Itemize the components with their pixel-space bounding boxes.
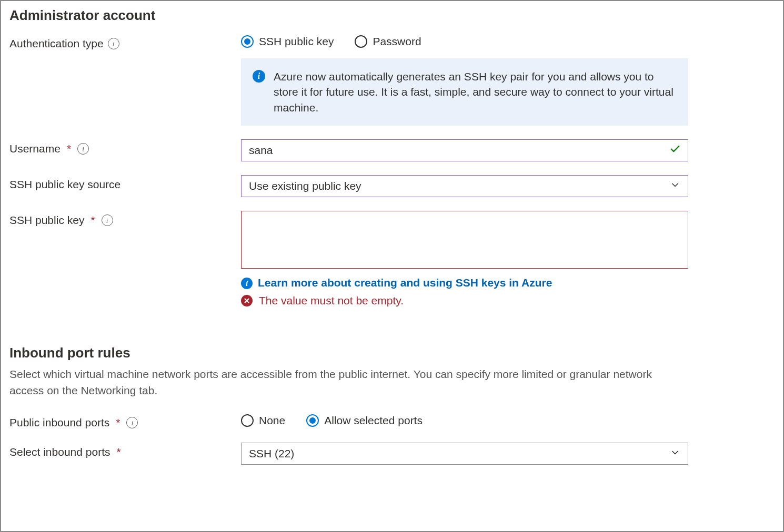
info-icon: i bbox=[253, 70, 265, 83]
section-admin-heading: Administrator account bbox=[9, 7, 775, 24]
public-inbound-label: Public inbound ports* i bbox=[9, 413, 241, 429]
info-icon[interactable]: i bbox=[108, 38, 119, 49]
auth-type-label: Authentication type i bbox=[9, 34, 241, 50]
ssh-key-error: The value must not be empty. bbox=[259, 294, 404, 307]
error-icon bbox=[241, 295, 253, 306]
radio-label: Allow selected ports bbox=[324, 414, 423, 427]
auth-type-radio-ssh[interactable]: SSH public key bbox=[241, 35, 334, 48]
key-source-label: SSH public key source bbox=[9, 175, 241, 191]
info-icon[interactable]: i bbox=[126, 417, 138, 428]
valid-check-icon bbox=[669, 144, 681, 158]
section-ports-heading: Inbound port rules bbox=[9, 345, 775, 361]
select-inbound-label: Select inbound ports* bbox=[9, 443, 241, 458]
radio-label: Password bbox=[373, 35, 421, 48]
callout-text: Azure now automatically generates an SSH… bbox=[274, 69, 677, 115]
radio-icon bbox=[355, 35, 367, 48]
ssh-help-link[interactable]: Learn more about creating and using SSH … bbox=[258, 277, 552, 289]
select-value: Use existing public key bbox=[249, 180, 361, 192]
username-input[interactable] bbox=[241, 139, 688, 161]
auth-type-radio-group: SSH public key Password bbox=[241, 34, 688, 48]
radio-label: None bbox=[259, 414, 285, 427]
ports-description: Select which virtual machine network por… bbox=[9, 366, 683, 398]
ssh-info-callout: i Azure now automatically generates an S… bbox=[241, 58, 688, 126]
chevron-down-icon bbox=[670, 447, 680, 461]
public-inbound-radio-group: None Allow selected ports bbox=[241, 413, 688, 427]
ssh-key-label: SSH public key* i bbox=[9, 211, 241, 227]
ssh-key-textarea[interactable] bbox=[241, 211, 688, 269]
radio-label: SSH public key bbox=[259, 35, 334, 48]
info-icon[interactable]: i bbox=[102, 214, 113, 226]
info-icon[interactable]: i bbox=[77, 143, 89, 155]
chevron-down-icon bbox=[670, 180, 680, 193]
radio-icon bbox=[306, 414, 319, 427]
radio-icon bbox=[241, 414, 254, 427]
key-source-select[interactable]: Use existing public key bbox=[241, 175, 688, 197]
auth-type-radio-password[interactable]: Password bbox=[355, 35, 421, 48]
select-inbound-ports[interactable]: SSH (22) bbox=[241, 443, 688, 465]
radio-icon bbox=[241, 35, 254, 48]
select-value: SSH (22) bbox=[249, 447, 294, 460]
public-inbound-radio-allow[interactable]: Allow selected ports bbox=[306, 414, 423, 427]
username-label: Username* i bbox=[9, 139, 241, 155]
info-icon: i bbox=[241, 278, 253, 289]
public-inbound-radio-none[interactable]: None bbox=[241, 414, 285, 427]
